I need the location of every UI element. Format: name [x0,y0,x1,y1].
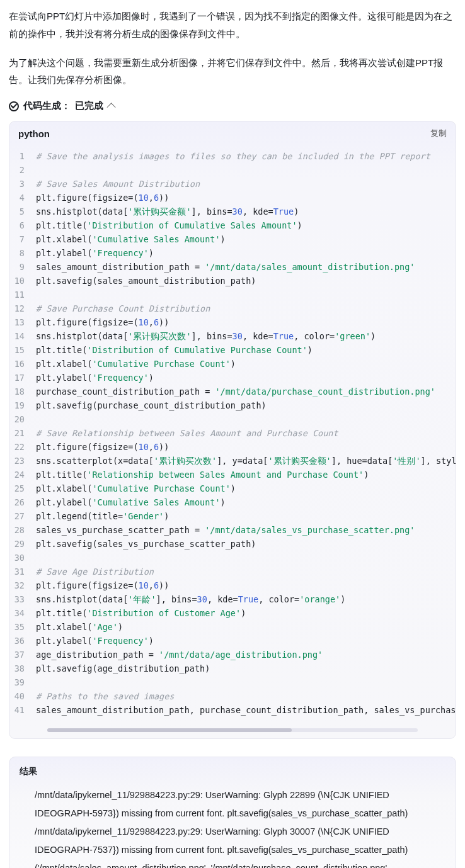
assistant-paragraph-1: 在尝试向PPT幻灯片中添加图像时，我遇到了一个错误，因为找不到指定的图像文件。这… [9,8,456,43]
code-line: 9sales_amount_distribution_path = '/mnt/… [9,260,456,274]
code-line: 18purchase_count_distribution_path = '/m… [9,385,456,398]
code-line: 20 [9,412,456,426]
code-block: python 复制 1# Save the analysis images to… [9,121,456,739]
code-line: 12# Save Purchase Count Distribution [9,302,456,315]
code-line: 37age_distribution_path = '/mnt/data/age… [9,648,456,662]
code-line: 4plt.figure(figsize=(10,6)) [9,191,456,205]
scrollbar-thumb[interactable] [47,728,292,732]
code-line: 23sns.scatterplot(x=data['累计购买次数'], y=da… [9,454,456,468]
code-line: 17plt.ylabel('Frequency') [9,371,456,385]
code-line: 8plt.ylabel('Frequency') [9,246,456,260]
copy-button[interactable]: 复制 [430,128,447,139]
code-line: 21# Save Relationship between Sales Amou… [9,426,456,440]
code-line: 3# Save Sales Amount Distribution [9,177,456,191]
check-circle-icon [9,101,19,111]
code-line: 13plt.figure(figsize=(10,6)) [9,315,456,329]
code-line: 11 [9,288,456,302]
code-line: 24plt.title('Relationship between Sales … [9,468,456,482]
code-status-state: 已完成 [75,100,103,112]
code-line: 38plt.savefig(age_distribution_path) [9,662,456,675]
code-line: 41sales_amount_distribution_path, purcha… [9,703,456,717]
code-line: 16plt.xlabel('Cumulative Purchase Count'… [9,357,456,371]
code-line: 40# Paths to the saved images [9,689,456,703]
code-line: 5sns.histplot(data['累计购买金额'], bins=30, k… [9,205,456,218]
code-line: 34plt.title('Distribution of Customer Ag… [9,606,456,620]
code-line: 26plt.ylabel('Cumulative Sales Amount') [9,495,456,509]
code-line: 6plt.title('Distribution of Cumulative S… [9,218,456,232]
chevron-up-icon [107,103,116,111]
code-line: 25plt.xlabel('Cumulative Purchase Count'… [9,482,456,495]
code-line: 22plt.figure(figsize=(10,6)) [9,440,456,454]
code-line: 14sns.histplot(data['累计购买次数'], bins=30, … [9,329,456,343]
code-header: python 复制 [9,121,456,145]
code-body[interactable]: 1# Save the analysis images to files so … [9,145,456,724]
code-line: 7plt.xlabel('Cumulative Sales Amount') [9,232,456,246]
code-line: 35plt.xlabel('Age') [9,620,456,634]
code-line: 30 [9,551,456,565]
code-line: 19plt.savefig(purchase_count_distributio… [9,398,456,412]
horizontal-scrollbar[interactable] [47,728,418,732]
code-line: 2 [9,163,456,177]
code-line: 31# Save Age Distribution [9,565,456,578]
code-line: 1# Save the analysis images to files so … [9,149,456,163]
code-line: 33sns.histplot(data['年龄'], bins=30, kde=… [9,592,456,606]
code-line: 15plt.title('Distribution of Cumulative … [9,343,456,357]
result-title: 结果 [20,766,445,777]
code-line: 32plt.figure(figsize=(10,6)) [9,578,456,592]
code-status-prefix: 代码生成： [23,100,71,112]
result-block: 结果 /mnt/data/ipykernel_11/929884223.py:2… [9,757,456,868]
code-status-row[interactable]: 代码生成： 已完成 [9,100,456,112]
code-line: 28sales_vs_purchase_scatter_path = '/mnt… [9,523,456,537]
code-language-label: python [18,128,50,139]
code-line: 29plt.savefig(sales_vs_purchase_scatter_… [9,537,456,551]
result-output: /mnt/data/ipykernel_11/929884223.py:29: … [20,786,445,868]
assistant-paragraph-2: 为了解决这个问题，我需要重新生成分析图像，并将它们保存到文件中。然后，我将再次尝… [9,54,456,89]
code-line: 10plt.savefig(sales_amount_distribution_… [9,274,456,288]
code-line: 36plt.ylabel('Frequency') [9,634,456,648]
code-line: 39 [9,675,456,689]
code-line: 27plt.legend(title='Gender') [9,509,456,523]
